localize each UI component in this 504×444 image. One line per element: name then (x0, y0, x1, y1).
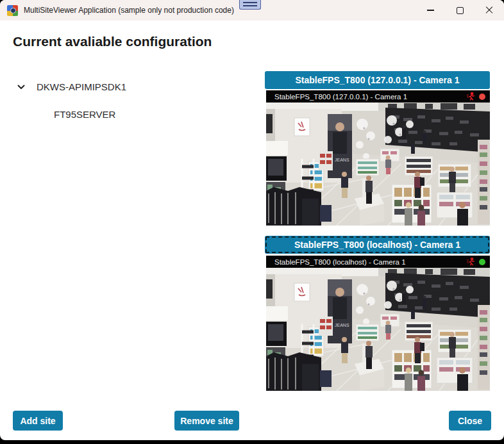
minimize-icon (427, 10, 434, 10)
camera-2-view[interactable]: StableFPS_T800 (localhost) - Camera 1 (266, 256, 490, 391)
close-icon (485, 6, 493, 14)
camera-1-header-label: StableFPS_T800 (127.0.0.1) - Camera 1 (295, 75, 459, 85)
camera-1-overlay-bar: StableFPS_T800 (127.0.0.1) - Camera 1 (266, 90, 490, 103)
maximize-button[interactable] (445, 0, 475, 21)
motion-detected-icon (467, 92, 475, 101)
camera-1-overlay-label: StableFPS_T800 (127.0.0.1) - Camera 1 (274, 93, 467, 101)
snap-layout-handle-icon (239, 0, 261, 10)
remove-site-button[interactable]: Remove site (174, 411, 239, 431)
window-title: MultiSiteViewer Application (sample only… (24, 6, 234, 15)
recording-status-icon (478, 93, 486, 101)
app-window: MultiSiteViewer Application (sample only… (0, 0, 504, 440)
add-site-button[interactable]: Add site (13, 411, 63, 431)
camera-2-overlay-bar: StableFPS_T800 (localhost) - Camera 1 (266, 256, 490, 268)
recording-status-icon (478, 258, 486, 266)
camera-1-view[interactable]: StableFPS_T800 (127.0.0.1) - Camera 1 (266, 90, 490, 226)
chevron-down-icon[interactable] (17, 83, 26, 92)
camera-1-image (266, 103, 490, 226)
tree-root-label: DKWS-APIMIPSDK1 (37, 81, 126, 92)
close-window-button[interactable] (475, 0, 504, 21)
maximize-icon (457, 7, 464, 14)
camera-1-header-button[interactable]: StableFPS_T800 (127.0.0.1) - Camera 1 (265, 71, 490, 89)
camera-2-header-label: StableFPS_T800 (localhost) - Camera 1 (294, 240, 460, 250)
titlebar[interactable]: MultiSiteViewer Application (sample only… (0, 0, 504, 21)
camera-2-overlay-label: StableFPS_T800 (localhost) - Camera 1 (274, 258, 467, 266)
motion-detected-icon (467, 258, 475, 266)
close-button[interactable]: Close (449, 411, 491, 431)
tree-item-root-site[interactable]: DKWS-APIMIPSDK1 (17, 81, 126, 92)
camera-2-image (266, 268, 490, 391)
window-controls (416, 0, 504, 21)
page-title: Current avaliable configuration (13, 34, 212, 49)
camera-2-header-button[interactable]: StableFPS_T800 (localhost) - Camera 1 (265, 236, 490, 254)
desktop: MultiSiteViewer Application (sample only… (0, 0, 504, 444)
app-icon (7, 5, 18, 16)
tree-child-label: FT95SERVER (54, 109, 115, 120)
tree-item-child-server[interactable]: FT95SERVER (54, 109, 115, 120)
minimize-button[interactable] (416, 0, 445, 21)
